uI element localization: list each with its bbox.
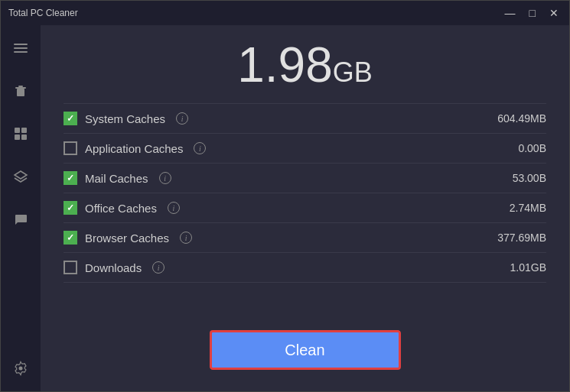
checkbox-downloads[interactable] <box>64 261 77 274</box>
item-label: Browser Caches <box>85 232 169 245</box>
info-icon[interactable]: i <box>180 232 192 244</box>
trash-icon[interactable] <box>7 77 34 105</box>
svg-rect-0 <box>17 89 24 96</box>
layers-icon[interactable] <box>7 163 34 190</box>
items-list: System Cachesi604.49MBApplication Caches… <box>64 103 546 318</box>
item-label: Downloads <box>85 261 142 274</box>
settings-icon[interactable] <box>7 355 34 382</box>
svg-rect-1 <box>15 87 26 89</box>
item-label: Office Caches <box>85 202 157 215</box>
info-icon[interactable]: i <box>176 112 188 125</box>
svg-marker-7 <box>15 171 27 179</box>
item-label: Mail Caches <box>85 172 148 185</box>
maximize-button[interactable]: □ <box>526 8 539 18</box>
dashboard-icon[interactable] <box>7 120 34 147</box>
item-size: 604.49MB <box>497 112 546 125</box>
clean-button[interactable]: Clean <box>210 330 401 370</box>
menu-icon[interactable] <box>7 34 34 62</box>
total-size-display: 1.98GB <box>64 40 546 89</box>
list-item: Mail Cachesi53.00B <box>64 164 546 193</box>
item-size: 1.01GB <box>510 261 546 274</box>
info-icon[interactable]: i <box>194 142 206 154</box>
chat-icon[interactable] <box>7 206 34 233</box>
close-button[interactable]: ✕ <box>546 8 562 18</box>
item-size: 2.74MB <box>510 202 546 214</box>
content-area: 1.98GB System Cachesi604.49MBApplication… <box>41 25 569 391</box>
clean-button-area: Clean <box>64 318 546 376</box>
checkbox-application-caches[interactable] <box>64 141 77 155</box>
checkbox-office-caches[interactable] <box>64 201 77 215</box>
item-label: System Caches <box>85 112 165 125</box>
svg-rect-2 <box>18 86 23 87</box>
list-item: Browser Cachesi377.69MB <box>64 223 546 253</box>
item-label: Application Caches <box>85 142 183 155</box>
item-size: 53.00B <box>513 172 546 184</box>
checkbox-mail-caches[interactable] <box>64 171 77 185</box>
main-layout: 1.98GB System Cachesi604.49MBApplication… <box>1 25 569 391</box>
svg-rect-5 <box>15 134 20 140</box>
total-unit: GB <box>333 57 373 88</box>
list-item: Application Cachesi0.00B <box>64 134 546 164</box>
info-icon[interactable]: i <box>168 202 180 214</box>
svg-rect-3 <box>15 128 20 133</box>
list-item: Downloadsi1.01GB <box>64 253 546 283</box>
window-title: Total PC Cleaner <box>8 8 78 18</box>
window-controls: — □ ✕ <box>502 8 562 18</box>
svg-point-8 <box>19 367 23 371</box>
list-item: System Cachesi604.49MB <box>64 103 546 134</box>
item-size: 377.69MB <box>497 232 546 244</box>
svg-rect-4 <box>21 128 27 133</box>
sidebar <box>1 25 41 391</box>
item-size: 0.00B <box>518 142 546 154</box>
app-window: Total PC Cleaner — □ ✕ <box>0 0 570 392</box>
checkbox-system-caches[interactable] <box>64 112 77 125</box>
list-item: Office Cachesi2.74MB <box>64 193 546 223</box>
info-icon[interactable]: i <box>159 172 171 184</box>
checkbox-browser-caches[interactable] <box>64 231 77 245</box>
svg-rect-6 <box>21 134 27 140</box>
titlebar: Total PC Cleaner — □ ✕ <box>1 1 569 25</box>
minimize-button[interactable]: — <box>502 8 519 18</box>
info-icon[interactable]: i <box>152 261 164 274</box>
total-number: 1.98 <box>237 37 333 92</box>
